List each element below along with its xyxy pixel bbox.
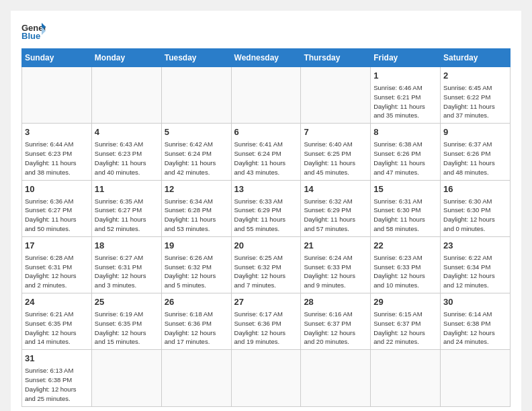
calendar-cell: 4Sunrise: 6:43 AM Sunset: 6:23 PM Daylig… (91, 124, 161, 180)
calendar-cell (301, 350, 371, 406)
day-info: Sunrise: 6:31 AM Sunset: 6:30 PM Dayligh… (373, 197, 437, 234)
day-number: 8 (373, 126, 437, 138)
day-info: Sunrise: 6:25 AM Sunset: 6:32 PM Dayligh… (234, 253, 298, 290)
calendar-cell: 17Sunrise: 6:28 AM Sunset: 6:31 PM Dayli… (22, 236, 92, 293)
day-number: 16 (443, 183, 507, 195)
calendar-cell: 25Sunrise: 6:19 AM Sunset: 6:35 PM Dayli… (91, 293, 161, 350)
calendar-cell: 22Sunrise: 6:23 AM Sunset: 6:33 PM Dayli… (371, 236, 441, 293)
day-number: 27 (234, 296, 298, 308)
logo-icon: General Blue (21, 21, 46, 40)
calendar-cell: 15Sunrise: 6:31 AM Sunset: 6:30 PM Dayli… (371, 180, 441, 236)
calendar-row: 31Sunrise: 6:13 AM Sunset: 6:38 PM Dayli… (22, 350, 511, 406)
calendar-cell: 3Sunrise: 6:44 AM Sunset: 6:23 PM Daylig… (22, 124, 92, 180)
day-info: Sunrise: 6:19 AM Sunset: 6:35 PM Dayligh… (95, 310, 159, 347)
day-number: 15 (373, 183, 437, 195)
weekday-header: Sunday (22, 49, 92, 67)
day-number: 18 (95, 240, 159, 252)
day-info: Sunrise: 6:38 AM Sunset: 6:26 PM Dayligh… (373, 140, 437, 177)
day-number: 12 (165, 183, 228, 195)
calendar-cell (22, 67, 92, 124)
day-info: Sunrise: 6:33 AM Sunset: 6:29 PM Dayligh… (234, 197, 298, 234)
day-number: 25 (95, 296, 159, 308)
calendar-row: 3Sunrise: 6:44 AM Sunset: 6:23 PM Daylig… (22, 124, 511, 180)
calendar-cell: 13Sunrise: 6:33 AM Sunset: 6:29 PM Dayli… (231, 180, 301, 236)
day-info: Sunrise: 6:46 AM Sunset: 6:21 PM Dayligh… (373, 83, 437, 120)
calendar-cell: 5Sunrise: 6:42 AM Sunset: 6:24 PM Daylig… (161, 124, 231, 180)
calendar-cell: 6Sunrise: 6:41 AM Sunset: 6:24 PM Daylig… (231, 124, 301, 180)
calendar-cell (91, 67, 161, 124)
day-number: 24 (25, 296, 89, 308)
calendar-cell: 23Sunrise: 6:22 AM Sunset: 6:34 PM Dayli… (441, 236, 511, 293)
day-number: 9 (443, 126, 507, 138)
day-info: Sunrise: 6:27 AM Sunset: 6:31 PM Dayligh… (95, 253, 159, 290)
day-number: 14 (304, 183, 367, 195)
day-info: Sunrise: 6:17 AM Sunset: 6:36 PM Dayligh… (234, 310, 298, 347)
day-number: 28 (304, 296, 367, 308)
day-info: Sunrise: 6:35 AM Sunset: 6:27 PM Dayligh… (95, 197, 159, 234)
calendar-cell: 1Sunrise: 6:46 AM Sunset: 6:21 PM Daylig… (371, 67, 441, 124)
day-info: Sunrise: 6:13 AM Sunset: 6:38 PM Dayligh… (25, 366, 89, 403)
calendar-page: General Blue SundayMondayTuesdayWednesda… (11, 11, 521, 411)
calendar-cell (231, 67, 301, 124)
day-info: Sunrise: 6:43 AM Sunset: 6:23 PM Dayligh… (95, 140, 159, 177)
calendar-cell: 9Sunrise: 6:37 AM Sunset: 6:26 PM Daylig… (441, 124, 511, 180)
calendar-cell: 21Sunrise: 6:24 AM Sunset: 6:33 PM Dayli… (301, 236, 371, 293)
day-info: Sunrise: 6:23 AM Sunset: 6:33 PM Dayligh… (373, 253, 437, 290)
day-number: 19 (165, 240, 228, 252)
weekday-header: Tuesday (161, 49, 231, 67)
day-info: Sunrise: 6:42 AM Sunset: 6:24 PM Dayligh… (165, 140, 228, 177)
day-info: Sunrise: 6:41 AM Sunset: 6:24 PM Dayligh… (234, 140, 298, 177)
logo: General Blue (21, 21, 46, 40)
day-number: 13 (234, 183, 298, 195)
calendar-cell (161, 350, 231, 406)
calendar-cell: 31Sunrise: 6:13 AM Sunset: 6:38 PM Dayli… (22, 350, 92, 406)
day-number: 7 (304, 126, 367, 138)
day-number: 2 (443, 70, 507, 82)
calendar-cell (441, 350, 511, 406)
calendar-row: 1Sunrise: 6:46 AM Sunset: 6:21 PM Daylig… (22, 67, 511, 124)
calendar-cell: 18Sunrise: 6:27 AM Sunset: 6:31 PM Dayli… (91, 236, 161, 293)
day-info: Sunrise: 6:15 AM Sunset: 6:37 PM Dayligh… (373, 310, 437, 347)
calendar-cell: 14Sunrise: 6:32 AM Sunset: 6:29 PM Dayli… (301, 180, 371, 236)
calendar-cell: 16Sunrise: 6:30 AM Sunset: 6:30 PM Dayli… (441, 180, 511, 236)
calendar-cell: 29Sunrise: 6:15 AM Sunset: 6:37 PM Dayli… (371, 293, 441, 350)
day-info: Sunrise: 6:40 AM Sunset: 6:25 PM Dayligh… (304, 140, 367, 177)
day-number: 11 (95, 183, 159, 195)
day-info: Sunrise: 6:22 AM Sunset: 6:34 PM Dayligh… (443, 253, 507, 290)
calendar-cell (161, 67, 231, 124)
day-number: 1 (373, 70, 437, 82)
calendar-cell: 27Sunrise: 6:17 AM Sunset: 6:36 PM Dayli… (231, 293, 301, 350)
weekday-header: Wednesday (231, 49, 301, 67)
calendar-cell: 2Sunrise: 6:45 AM Sunset: 6:22 PM Daylig… (441, 67, 511, 124)
day-number: 29 (373, 296, 437, 308)
day-number: 21 (304, 240, 367, 252)
day-info: Sunrise: 6:44 AM Sunset: 6:23 PM Dayligh… (25, 140, 89, 177)
weekday-header: Friday (371, 49, 441, 67)
calendar-row: 17Sunrise: 6:28 AM Sunset: 6:31 PM Dayli… (22, 236, 511, 293)
day-info: Sunrise: 6:36 AM Sunset: 6:27 PM Dayligh… (25, 197, 89, 234)
day-info: Sunrise: 6:16 AM Sunset: 6:37 PM Dayligh… (304, 310, 367, 347)
day-number: 23 (443, 240, 507, 252)
calendar-cell: 19Sunrise: 6:26 AM Sunset: 6:32 PM Dayli… (161, 236, 231, 293)
day-info: Sunrise: 6:32 AM Sunset: 6:29 PM Dayligh… (304, 197, 367, 234)
day-number: 5 (165, 126, 228, 138)
day-info: Sunrise: 6:18 AM Sunset: 6:36 PM Dayligh… (165, 310, 228, 347)
calendar-cell: 12Sunrise: 6:34 AM Sunset: 6:28 PM Dayli… (161, 180, 231, 236)
day-info: Sunrise: 6:30 AM Sunset: 6:30 PM Dayligh… (443, 197, 507, 234)
calendar-cell: 28Sunrise: 6:16 AM Sunset: 6:37 PM Dayli… (301, 293, 371, 350)
day-info: Sunrise: 6:37 AM Sunset: 6:26 PM Dayligh… (443, 140, 507, 177)
calendar-table: SundayMondayTuesdayWednesdayThursdayFrid… (21, 48, 511, 407)
svg-text:Blue: Blue (21, 31, 40, 40)
calendar-cell: 7Sunrise: 6:40 AM Sunset: 6:25 PM Daylig… (301, 124, 371, 180)
calendar-cell (371, 350, 441, 406)
calendar-cell (91, 350, 161, 406)
day-number: 31 (25, 353, 89, 365)
weekday-header: Monday (91, 49, 161, 67)
weekday-header-row: SundayMondayTuesdayWednesdayThursdayFrid… (22, 49, 511, 67)
day-info: Sunrise: 6:26 AM Sunset: 6:32 PM Dayligh… (165, 253, 228, 290)
calendar-row: 24Sunrise: 6:21 AM Sunset: 6:35 PM Dayli… (22, 293, 511, 350)
day-number: 22 (373, 240, 437, 252)
day-number: 4 (95, 126, 159, 138)
calendar-cell: 11Sunrise: 6:35 AM Sunset: 6:27 PM Dayli… (91, 180, 161, 236)
calendar-row: 10Sunrise: 6:36 AM Sunset: 6:27 PM Dayli… (22, 180, 511, 236)
